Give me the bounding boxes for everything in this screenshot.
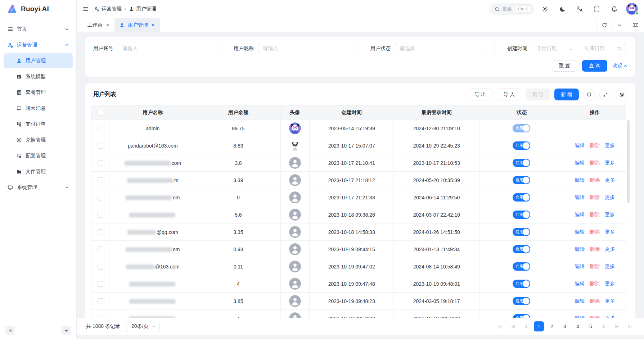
tab-user-management[interactable]: 用户管理 ✕ — [114, 18, 160, 32]
edit-link[interactable]: 编辑 — [575, 160, 585, 166]
status-toggle[interactable]: 启用 — [513, 124, 530, 132]
more-link[interactable]: 更多 — [605, 263, 615, 269]
row-checkbox[interactable] — [98, 126, 103, 131]
row-checkbox[interactable] — [98, 195, 103, 200]
more-link[interactable]: 更多 — [605, 246, 615, 252]
page-number-1[interactable]: 1 — [534, 321, 544, 331]
delete-link[interactable]: 删除 — [590, 229, 600, 235]
user-avatar[interactable] — [626, 3, 638, 15]
collapse-filters-link[interactable]: 收起 — [612, 63, 627, 69]
export-button[interactable]: 导 出 — [468, 89, 492, 100]
fullscreen-icon[interactable] — [591, 3, 603, 15]
sidebar-item-2[interactable]: 套餐管理 — [4, 85, 73, 100]
sidebar-item-0[interactable]: 用户管理 — [4, 53, 73, 68]
edit-link[interactable]: 编辑 — [575, 229, 585, 235]
delete-button[interactable]: 删 除 — [526, 89, 550, 100]
reset-button[interactable]: 重 置 — [552, 60, 577, 72]
dark-mode-moon-icon[interactable] — [556, 3, 568, 15]
more-link[interactable]: 更多 — [605, 143, 615, 148]
settings-gear-icon[interactable] — [539, 3, 551, 15]
row-checkbox[interactable] — [98, 316, 103, 318]
next-page-icon[interactable] — [599, 321, 609, 331]
brand-logo[interactable]: Ruoyi AI — [0, 0, 76, 18]
hamburger-icon[interactable] — [82, 6, 89, 12]
breadcrumb-item-users[interactable]: 用户管理 — [129, 6, 156, 12]
row-checkbox[interactable] — [98, 264, 103, 270]
status-toggle[interactable]: 启用 — [513, 297, 530, 305]
status-select[interactable]: 请选择 — [395, 43, 495, 54]
sidebar-collapse-button[interactable] — [5, 326, 15, 335]
sidebar-item-operations[interactable]: 运营管理 — [4, 37, 73, 53]
row-checkbox[interactable] — [98, 247, 103, 252]
account-input[interactable]: 请输入 — [118, 43, 221, 54]
edit-link[interactable]: 编辑 — [575, 315, 585, 318]
status-toggle[interactable]: 启用 — [513, 211, 530, 219]
row-checkbox[interactable] — [98, 143, 103, 149]
more-link[interactable]: 更多 — [605, 315, 615, 318]
delete-link[interactable]: 删除 — [590, 212, 600, 217]
pin-icon[interactable] — [61, 326, 71, 335]
status-toggle[interactable]: 启用 — [513, 262, 530, 271]
last-page-icon[interactable] — [625, 321, 635, 331]
date-range-input[interactable]: 开始日期 → 结束日期 — [532, 43, 626, 54]
delete-link[interactable]: 删除 — [590, 298, 600, 304]
prev-page-icon[interactable] — [521, 321, 531, 331]
page-size-select[interactable]: 20条/页 — [126, 321, 160, 332]
status-toggle[interactable]: 启用 — [513, 314, 530, 318]
select-all-checkbox[interactable] — [98, 110, 103, 116]
more-link[interactable]: 更多 — [605, 177, 615, 183]
edit-link[interactable]: 编辑 — [575, 177, 585, 183]
row-checkbox[interactable] — [98, 298, 103, 304]
edit-link[interactable]: 编辑 — [575, 212, 585, 217]
row-checkbox[interactable] — [98, 212, 103, 218]
page-number-2[interactable]: 2 — [547, 321, 557, 331]
global-search[interactable]: 搜索 Ctrl K — [490, 3, 534, 15]
edit-link[interactable]: 编辑 — [575, 298, 585, 304]
sidebar-item-5[interactable]: 兑换管理 — [4, 132, 73, 148]
notification-bell-icon[interactable] — [608, 3, 620, 15]
translate-icon[interactable] — [573, 3, 586, 15]
sidebar-item-7[interactable]: 文件管理 — [4, 164, 73, 179]
sidebar-item-6[interactable]: 配置管理 — [4, 148, 73, 163]
edit-link[interactable]: 编辑 — [575, 143, 585, 148]
page-number-3[interactable]: 3 — [560, 321, 570, 331]
delete-link[interactable]: 删除 — [590, 281, 600, 286]
table-fullscreen-icon[interactable] — [599, 89, 611, 100]
delete-link[interactable]: 删除 — [590, 194, 600, 200]
forward-fast-icon[interactable] — [612, 321, 622, 331]
delete-link[interactable]: 删除 — [590, 315, 600, 318]
row-checkbox[interactable] — [98, 281, 103, 287]
first-page-icon[interactable] — [495, 321, 505, 331]
more-link[interactable]: 更多 — [605, 160, 615, 166]
more-link[interactable]: 更多 — [605, 212, 615, 217]
sidebar-item-1[interactable]: 系统模型 — [4, 69, 73, 84]
sidebar-item-3[interactable]: 聊天消息 — [4, 101, 73, 116]
close-icon[interactable]: ✕ — [106, 23, 109, 28]
table-refresh-icon[interactable] — [583, 89, 595, 100]
status-toggle[interactable]: 启用 — [513, 193, 530, 202]
edit-link[interactable]: 编辑 — [575, 263, 585, 269]
row-checkbox[interactable] — [98, 160, 103, 166]
row-checkbox[interactable] — [98, 177, 103, 183]
chevron-down-icon[interactable] — [612, 18, 627, 32]
row-checkbox[interactable] — [98, 229, 103, 235]
status-toggle[interactable]: 启用 — [513, 141, 530, 150]
delete-link[interactable]: 删除 — [590, 143, 600, 148]
close-icon[interactable]: ✕ — [151, 23, 155, 28]
edit-link[interactable]: 编辑 — [575, 194, 585, 200]
delete-link[interactable]: 删除 — [590, 177, 600, 183]
more-link[interactable]: 更多 — [605, 281, 615, 286]
import-button[interactable]: 导 入 — [497, 89, 521, 100]
sidebar-item-home[interactable]: 首页 — [4, 22, 73, 37]
edit-link[interactable]: 编辑 — [575, 246, 585, 252]
edit-link[interactable]: 编辑 — [575, 281, 585, 286]
status-toggle[interactable]: 启用 — [513, 159, 530, 167]
add-button[interactable]: 新 增 — [554, 89, 579, 100]
back-fast-icon[interactable] — [508, 321, 518, 331]
delete-link[interactable]: 删除 — [590, 263, 600, 269]
nickname-input[interactable]: 请输入 — [258, 43, 358, 54]
more-link[interactable]: 更多 — [605, 194, 615, 200]
delete-link[interactable]: 删除 — [590, 160, 600, 166]
status-toggle[interactable]: 启用 — [513, 228, 530, 236]
tab-workbench[interactable]: 工作台 ✕ — [82, 18, 114, 32]
